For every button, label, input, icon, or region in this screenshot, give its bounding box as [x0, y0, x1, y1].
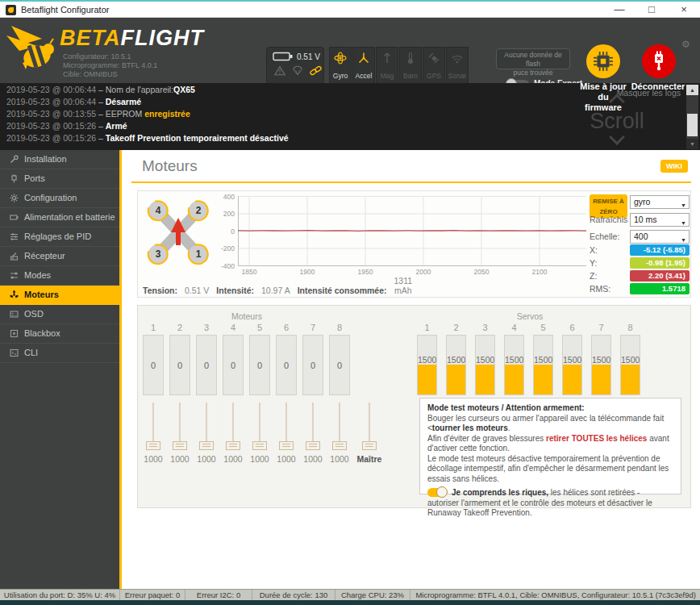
- y-tick: 400: [217, 193, 235, 201]
- servo-bar-8: 1500: [620, 335, 640, 395]
- firmware-flasher-label[interactable]: Mise à jour du firmware: [580, 81, 627, 113]
- sidebar-item-installation[interactable]: Installation: [0, 150, 119, 169]
- sidebar-item-blackbox[interactable]: Blackbox: [0, 324, 119, 344]
- understand-risks-toggle[interactable]: [427, 488, 447, 497]
- refresh-select[interactable]: 10 ms▼: [630, 213, 690, 227]
- betaflight-configurator-window: Betaflight Configurator — □ × BETAFLIGHT…: [0, 0, 700, 605]
- slider-handle[interactable]: [332, 441, 347, 450]
- consumed-value: 1311 mAh: [394, 276, 413, 295]
- sidebar-item-osd[interactable]: OSD: [0, 305, 119, 324]
- slider-handle[interactable]: [173, 441, 187, 450]
- sensor-select[interactable]: gyro▼: [630, 195, 690, 209]
- slider-handle[interactable]: [362, 441, 377, 450]
- motor-col-number: 4: [223, 323, 244, 332]
- minimize-button[interactable]: —: [603, 2, 635, 18]
- title-bar: Betaflight Configurator — □ ×: [0, 0, 700, 18]
- motor-bar-3: 0: [196, 335, 217, 395]
- maximize-button[interactable]: □: [635, 2, 668, 18]
- servo-col-number: 1: [417, 323, 437, 332]
- x-tick: 2100: [523, 268, 556, 276]
- y-axis-label: Y:: [590, 258, 597, 268]
- servo-col-number: 6: [562, 323, 582, 332]
- sensor-mag: Mag: [376, 47, 398, 84]
- usb-port-icon: [10, 174, 19, 183]
- cycle-time-status: Durée de cycle: 130: [252, 590, 335, 600]
- sidebar-item-cli[interactable]: CLI: [0, 344, 119, 363]
- gyro-graph-panel: 4 2 3 1 400 200 0 -200 -400: [137, 190, 691, 298]
- motor-number-1: 1: [196, 248, 202, 260]
- modes-icon: [10, 271, 19, 280]
- motor-number-4: 4: [156, 205, 161, 216]
- wiki-button[interactable]: WIKI: [660, 160, 688, 173]
- log-scrollbar[interactable]: ▲ ▼: [686, 85, 698, 149]
- gps-icon: [427, 52, 440, 65]
- slider-handle[interactable]: [252, 441, 267, 450]
- x-tick: 2050: [465, 268, 498, 276]
- gear-icon: [10, 194, 19, 202]
- settings-gear-icon[interactable]: ⚙: [681, 39, 690, 50]
- accel-icon: [357, 52, 370, 65]
- motor-bar-1: 0: [143, 335, 164, 395]
- sidebar-item-receiver[interactable]: Récepteur: [0, 247, 119, 266]
- motor-bar-4: 0: [223, 335, 244, 395]
- firmware-target-status: Microprogramme: BTFL 4.0.1, Cible: OMNIB…: [410, 590, 700, 600]
- slider-handle[interactable]: [279, 441, 294, 450]
- sidebar-item-modes[interactable]: Modes: [0, 266, 119, 286]
- gyro-trace: [238, 231, 586, 232]
- page-title: Moteurs: [142, 157, 198, 175]
- quadcopter-diagram: 4 2 3 1: [143, 195, 214, 271]
- disconnect-label[interactable]: Déconnecter: [631, 81, 685, 91]
- osd-icon: [10, 310, 19, 319]
- sidebar-item-power-battery[interactable]: Alimentation et batterie: [0, 208, 119, 227]
- slider-handle[interactable]: [226, 441, 240, 450]
- motor-number-3: 3: [156, 248, 161, 260]
- servo-col-number: 4: [504, 323, 524, 332]
- chevron-down-icon: ▼: [681, 217, 686, 229]
- servos-group-title: Servos: [417, 311, 643, 321]
- chevron-down-icon: ▼: [681, 199, 686, 211]
- sensor-gps: GPS: [423, 47, 445, 84]
- slider-handle[interactable]: [199, 441, 214, 450]
- scroll-down-button[interactable]: ▼: [686, 139, 698, 149]
- servo-bar-6: 1500: [562, 335, 582, 395]
- servo-bar-4: 1500: [504, 335, 524, 395]
- disconnect-button[interactable]: [642, 44, 676, 78]
- gyro-chart: [238, 196, 586, 267]
- warning-title: Mode test moteurs / Attention armement:: [427, 403, 673, 414]
- sensor-gyro: Gyro: [329, 47, 352, 84]
- motor-col-number: 5: [249, 323, 270, 332]
- close-button[interactable]: ×: [668, 2, 700, 18]
- chevron-down-icon: [609, 129, 625, 145]
- usb-icon: [649, 51, 669, 72]
- servo-col-number: 5: [533, 323, 553, 332]
- motors-group-title: Moteurs: [143, 311, 351, 321]
- cpu-load-status: Charge CPU: 23%: [335, 590, 410, 600]
- sensor-baro: Baro: [399, 47, 422, 84]
- sidebar-item-configuration[interactable]: Configuration: [0, 189, 119, 208]
- scroll-up-button[interactable]: ▲: [686, 85, 698, 95]
- sensor-indicators: Gyro Accel Mag Baro GPS Sonar: [329, 47, 469, 84]
- y-tick: -200: [217, 244, 235, 252]
- scrollbar-thumb[interactable]: [687, 114, 698, 136]
- sidebar-item-motors[interactable]: Moteurs: [0, 286, 122, 305]
- brand-wordmark: BETAFLIGHT: [60, 26, 204, 51]
- sidebar-item-pid-tuning[interactable]: Réglages de PID: [0, 227, 119, 247]
- servo-col-number: 8: [620, 323, 640, 332]
- sensor-accel: Accel: [352, 47, 375, 84]
- sidebar-item-ports[interactable]: Ports: [0, 169, 119, 189]
- motor-col-number: 8: [329, 323, 350, 332]
- mag-icon: [381, 52, 394, 65]
- scale-select[interactable]: 400▼: [630, 230, 690, 244]
- x-axis-label: X:: [590, 245, 598, 255]
- sidebar: Installation Ports Configuration Aliment…: [0, 150, 122, 589]
- slider-handle[interactable]: [146, 441, 160, 450]
- motor-icon: [10, 290, 19, 299]
- configurator-version: Configurateur: 10.5.1: [63, 52, 157, 61]
- voltage-value: 0.51 V: [185, 286, 209, 295]
- motor-col-number: 2: [169, 323, 190, 332]
- motor-bar-6: 0: [276, 335, 297, 395]
- motor-col-number: 1: [143, 323, 164, 332]
- betaflight-logo-icon: [6, 23, 58, 79]
- firmware-flasher-button[interactable]: [586, 44, 620, 78]
- slider-handle[interactable]: [306, 441, 320, 450]
